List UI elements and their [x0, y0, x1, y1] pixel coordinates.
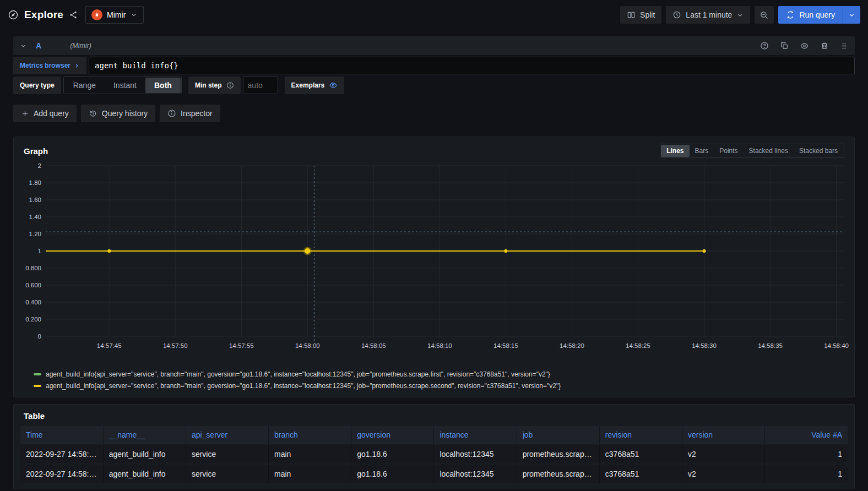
table-cell: service: [186, 464, 268, 483]
split-label: Split: [640, 10, 655, 19]
time-range-picker[interactable]: Last 1 minute: [666, 6, 750, 24]
info-circle-icon[interactable]: [226, 81, 234, 89]
view-mode-stacked-bars[interactable]: Stacked bars: [794, 145, 843, 157]
table-header-row: Time__name__api_serverbranchgoversionins…: [20, 426, 848, 444]
query-type-option-range[interactable]: Range: [64, 78, 105, 93]
view-mode-lines[interactable]: Lines: [661, 145, 689, 157]
column-header-revision[interactable]: revision: [599, 426, 682, 444]
metrics-browser-button[interactable]: Metrics browser: [13, 57, 86, 74]
view-mode-stacked-lines[interactable]: Stacked lines: [744, 145, 794, 157]
query-expression-input[interactable]: [89, 57, 855, 74]
table-cell: go1.18.6: [351, 464, 434, 483]
legend-item[interactable]: agent_build_info{api_server="service", b…: [34, 380, 848, 391]
column-header-version[interactable]: version: [682, 426, 765, 444]
graph-view-mode-segmented: LinesBarsPointsStacked linesStacked bars: [660, 144, 844, 158]
run-query-button[interactable]: Run query: [778, 6, 860, 24]
y-axis-tick-label: 0: [38, 333, 41, 340]
run-query-label: Run query: [799, 10, 835, 19]
series-point: [107, 249, 111, 253]
collapse-chevron-icon[interactable]: [20, 42, 27, 50]
y-axis-tick-label: 0.400: [25, 299, 41, 305]
column-header--name-[interactable]: __name__: [103, 426, 186, 444]
add-query-button[interactable]: Add query: [13, 105, 77, 122]
y-axis-tick-label: 0.600: [25, 282, 41, 288]
chevron-down-icon: [130, 11, 138, 19]
y-axis-tick-label: 1.80: [29, 179, 41, 186]
x-axis-tick-label: 14:58:35: [758, 342, 783, 349]
time-range-label: Last 1 minute: [686, 10, 732, 19]
graph-panel: Graph LinesBarsPointsStacked linesStacke…: [13, 137, 855, 397]
table-row: 2022-09-27 14:58:40…agent_build_infoserv…: [20, 464, 848, 483]
topbar: Explore Mimir Split Last 1 minute: [0, 0, 868, 30]
y-axis-tick-label: 1.20: [29, 231, 41, 237]
legend-series-name: agent_build_info{api_server="service", b…: [46, 382, 561, 390]
table-cell: agent_build_info: [103, 444, 186, 464]
legend-item[interactable]: agent_build_info{api_server="service", b…: [34, 368, 848, 380]
min-step-input[interactable]: [243, 77, 278, 94]
datasource-hint: (Mimir): [70, 42, 91, 50]
inspector-button[interactable]: Inspector: [160, 105, 220, 122]
column-header-instance[interactable]: instance: [434, 426, 517, 444]
angle-right-icon: [74, 63, 80, 69]
view-mode-bars[interactable]: Bars: [690, 145, 714, 157]
add-query-label: Add query: [34, 109, 69, 118]
query-type-option-instant[interactable]: Instant: [105, 78, 145, 93]
copy-icon[interactable]: [780, 41, 789, 50]
column-header-time[interactable]: Time: [20, 426, 103, 444]
view-mode-points[interactable]: Points: [714, 145, 743, 157]
query-editor-panel: A (Mimir): [13, 36, 855, 94]
x-axis-tick-label: 14:58:25: [626, 342, 650, 349]
trash-icon[interactable]: [820, 41, 829, 50]
chevron-down-icon: [736, 12, 744, 19]
table-cell: main: [269, 444, 351, 464]
query-type-option-both[interactable]: Both: [145, 78, 181, 93]
column-header-job[interactable]: job: [517, 426, 599, 444]
table-cell: localhost:12345: [434, 444, 517, 464]
y-axis-tick-label: 1: [38, 248, 41, 254]
mimir-datasource-icon: [91, 9, 102, 20]
column-header-api-server[interactable]: api_server: [186, 426, 268, 444]
legend-series-name: agent_build_info{api_server="service", b…: [46, 370, 550, 378]
series-point: [703, 249, 706, 253]
exemplars-eye-icon[interactable]: [329, 81, 338, 90]
legend-color-swatch: [34, 385, 41, 387]
column-header-goversion[interactable]: goversion: [351, 426, 434, 444]
plus-icon: [21, 110, 29, 118]
eye-icon[interactable]: [800, 41, 809, 51]
datasource-picker[interactable]: Mimir: [85, 6, 144, 24]
table-cell: localhost:12345: [434, 464, 517, 483]
page-title: Explore: [24, 9, 63, 21]
x-axis-tick-label: 14:57:50: [163, 342, 188, 349]
table-cell: v2: [682, 464, 765, 483]
min-step-label: Min step: [195, 81, 222, 89]
exemplars-label: Exemplars: [291, 81, 325, 89]
datasource-name: Mimir: [107, 10, 126, 19]
drag-handle-icon[interactable]: [840, 41, 848, 51]
table-panel-title: Table: [24, 411, 45, 421]
chart-legend: agent_build_info{api_server="service", b…: [20, 367, 848, 392]
highlighted-point: [305, 248, 310, 254]
query-ref-id[interactable]: A: [36, 41, 41, 50]
results-table: Time__name__api_serverbranchgoversionins…: [20, 426, 848, 483]
table-cell: go1.18.6: [351, 444, 434, 464]
graph-panel-title: Graph: [24, 146, 48, 156]
explore-compass-icon: [8, 9, 19, 20]
table-panel: Table Time__name__api_serverbranchgovers…: [13, 404, 855, 489]
table-cell: 2022-09-27 14:58:40…: [20, 464, 103, 483]
exemplars-chip: Exemplars: [285, 77, 345, 94]
x-axis-tick-label: 14:58:00: [295, 342, 320, 349]
column-header-branch[interactable]: branch: [269, 426, 351, 444]
table-cell: v2: [682, 444, 765, 464]
table-cell: main: [269, 464, 351, 483]
zoom-out-button[interactable]: [755, 6, 774, 24]
help-circle-icon[interactable]: [760, 41, 769, 50]
x-axis-tick-label: 14:57:45: [97, 342, 122, 349]
y-axis-tick-label: 1.60: [29, 197, 41, 203]
explore-actions: Add query Query history Inspector: [13, 105, 855, 122]
query-history-button[interactable]: Query history: [81, 105, 155, 122]
share-icon[interactable]: [69, 10, 78, 19]
split-button[interactable]: Split: [620, 6, 661, 24]
time-series-chart[interactable]: 21.801.601.401.2010.8000.6000.4000.20001…: [20, 160, 849, 367]
run-query-caret[interactable]: [843, 6, 860, 24]
column-header-value-a[interactable]: Value #A: [765, 426, 848, 444]
